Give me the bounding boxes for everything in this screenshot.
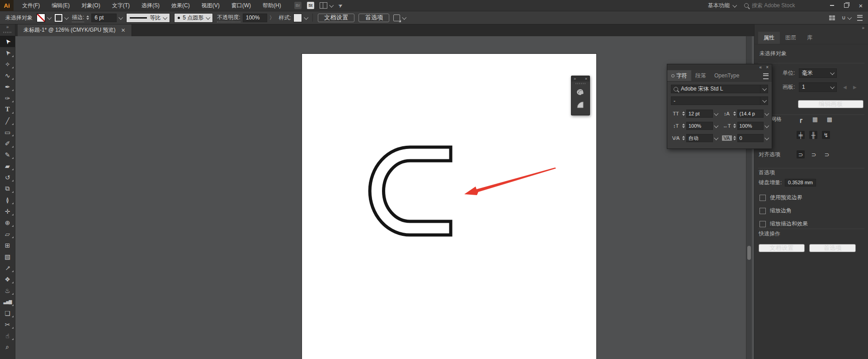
menu-effect[interactable]: 效果(C)	[165, 0, 196, 11]
unit-select[interactable]: 毫米	[799, 68, 837, 78]
checkbox[interactable]	[760, 221, 766, 227]
tracking-value[interactable]: 0	[737, 134, 764, 142]
document-tab[interactable]: 未标题-1* @ 126% (CMYK/GPU 预览) ✕	[18, 24, 132, 36]
panel-collapse-icon[interactable]: »	[574, 77, 576, 81]
vertical-scale-value[interactable]: 100%	[686, 122, 713, 130]
selection-tool[interactable]: ➤	[0, 36, 15, 47]
tracking-control[interactable]: VA 0	[722, 134, 769, 142]
free-transform-tool[interactable]: ✛	[0, 206, 15, 217]
symbol-sprayer-tool[interactable]: ♨	[0, 285, 15, 296]
character-panel[interactable]: « × 字符 段落 OpenType Adobe 宋体 Std L -	[667, 64, 772, 149]
canvas-area[interactable]: » ×	[15, 36, 755, 359]
brush-dropdown[interactable]: 5 点圆形	[174, 13, 213, 23]
floating-tool-panel[interactable]: » ×	[571, 76, 590, 115]
curvature-tool[interactable]: ✑	[0, 92, 15, 104]
kerning-control[interactable]: V∕A 自动	[671, 134, 717, 142]
type-tool[interactable]: T	[0, 104, 15, 115]
stroke-weight-label[interactable]: 描边:	[72, 14, 84, 22]
stepper[interactable]	[682, 124, 685, 128]
document-setup-button[interactable]: 文档设置	[318, 14, 354, 22]
preference-checkbox-row[interactable]: 缩放描边和效果	[760, 220, 808, 228]
line-segment-tool[interactable]: ╱	[0, 115, 15, 126]
panel-menu-icon[interactable]	[857, 15, 863, 21]
font-style-field[interactable]: -	[671, 96, 768, 105]
perspective-grid-tool[interactable]: ▱	[0, 228, 15, 239]
close-icon[interactable]: ×	[585, 77, 587, 81]
menu-view[interactable]: 视图(V)	[196, 0, 226, 11]
eyedropper-tool[interactable]: ⊸	[0, 262, 15, 273]
ruler-icon[interactable]: ┏	[797, 115, 805, 123]
preference-checkbox-row[interactable]: 缩放边角	[760, 207, 808, 215]
font-size-control[interactable]: TT 12 pt	[671, 110, 717, 118]
transform-widget-control[interactable]	[393, 14, 406, 21]
artboard[interactable]	[302, 54, 596, 359]
close-button[interactable]: ×	[854, 0, 868, 11]
align-glyph-magnet-icon[interactable]: ⊃	[810, 150, 818, 158]
tab-properties[interactable]: 属性	[758, 32, 780, 44]
shape-builder-tool[interactable]: ⊕	[0, 217, 15, 228]
stroke-weight-stepper[interactable]	[86, 15, 89, 20]
stock-icon[interactable]: St	[307, 2, 314, 9]
rotate-tool[interactable]: ↺	[0, 172, 15, 183]
zoom-tool[interactable]: ⌕	[0, 341, 15, 353]
tab-character[interactable]: 字符	[667, 70, 691, 81]
vertical-scale-control[interactable]: ↕T 100%	[671, 122, 717, 130]
tab-paragraph[interactable]: 段落	[691, 70, 710, 81]
fill-color-control[interactable]	[37, 14, 51, 22]
align-grid-magnet-icon[interactable]: ⊃	[797, 150, 805, 158]
artboard-select[interactable]: 1	[799, 82, 837, 92]
edit-artboard-button[interactable]: 编辑画板	[798, 100, 863, 108]
stock-search[interactable]: 搜索 Adobe Stock	[744, 2, 812, 10]
minimize-button[interactable]	[825, 0, 839, 11]
restore-button[interactable]	[839, 0, 854, 11]
toolbar-grip[interactable]	[3, 32, 12, 33]
menu-select[interactable]: 选择(S)	[136, 0, 165, 11]
menu-edit[interactable]: 编辑(E)	[46, 0, 75, 11]
stepper[interactable]	[733, 136, 736, 140]
stepper[interactable]	[682, 111, 685, 116]
quick-preferences-button[interactable]: 首选项	[809, 244, 856, 252]
panel-grip[interactable]	[576, 83, 585, 84]
style-swatch[interactable]	[293, 14, 302, 22]
keyboard-increment-field[interactable]: 0.3528 mm	[785, 179, 816, 187]
lasso-tool[interactable]: ∿	[0, 70, 15, 81]
column-graph-tool[interactable]: ▃▅▇	[0, 296, 15, 307]
snap-grid-icon[interactable]: ╪	[797, 131, 805, 139]
grid-icon[interactable]: ▦	[811, 115, 819, 123]
paintbrush-tool[interactable]: ✐	[0, 138, 15, 149]
align-point-magnet-icon[interactable]: ⊃	[823, 150, 831, 158]
scale-tool[interactable]: ⧉	[0, 183, 15, 194]
snap-options-control[interactable]: ∪	[841, 14, 851, 21]
tab-libraries[interactable]: 库	[802, 32, 818, 44]
menu-type[interactable]: 文字(T)	[106, 0, 136, 11]
stepper[interactable]	[682, 136, 685, 140]
close-icon[interactable]: ×	[766, 65, 769, 70]
stepper[interactable]	[733, 124, 736, 128]
leading-value[interactable]: (14.4 p	[737, 110, 764, 118]
share-icon[interactable]: ➤	[337, 1, 344, 9]
horizontal-scale-control[interactable]: ↔T 100%	[722, 122, 769, 130]
tab-layers[interactable]: 图层	[780, 32, 802, 44]
opacity-label[interactable]: 不透明度:	[217, 14, 240, 22]
stroke-color-control[interactable]	[55, 14, 68, 22]
next-artboard-icon[interactable]: ▶	[853, 85, 857, 90]
font-family-field[interactable]: Adobe 宋体 Std L	[671, 85, 768, 93]
bridge-icon[interactable]: Br	[294, 2, 302, 9]
checkbox[interactable]	[760, 195, 766, 201]
stroke-profile-dropdown[interactable]: 等比	[126, 13, 170, 23]
opacity-field[interactable]: 100%	[243, 14, 267, 22]
arrange-documents-button[interactable]	[320, 2, 333, 9]
shaper-pencil-tool[interactable]: ✎	[0, 149, 15, 160]
toolbar-collapse-button[interactable]: »	[0, 24, 15, 29]
tab-opentype[interactable]: OpenType	[710, 70, 743, 81]
palette-tool-button[interactable]	[573, 86, 588, 98]
snap-point-icon[interactable]: ↯	[822, 131, 830, 139]
scrollbar-thumb[interactable]	[747, 246, 751, 260]
font-size-value[interactable]: 12 pt	[686, 110, 713, 118]
direct-selection-tool[interactable]: ➤	[0, 47, 15, 58]
arc-shape-button[interactable]	[573, 98, 588, 111]
width-tool[interactable]: ≬	[0, 194, 15, 206]
artboard-tool[interactable]: ❏	[0, 307, 15, 319]
panel-collapse-icon[interactable]: «	[760, 65, 762, 70]
panel-menu-icon[interactable]	[763, 73, 769, 79]
